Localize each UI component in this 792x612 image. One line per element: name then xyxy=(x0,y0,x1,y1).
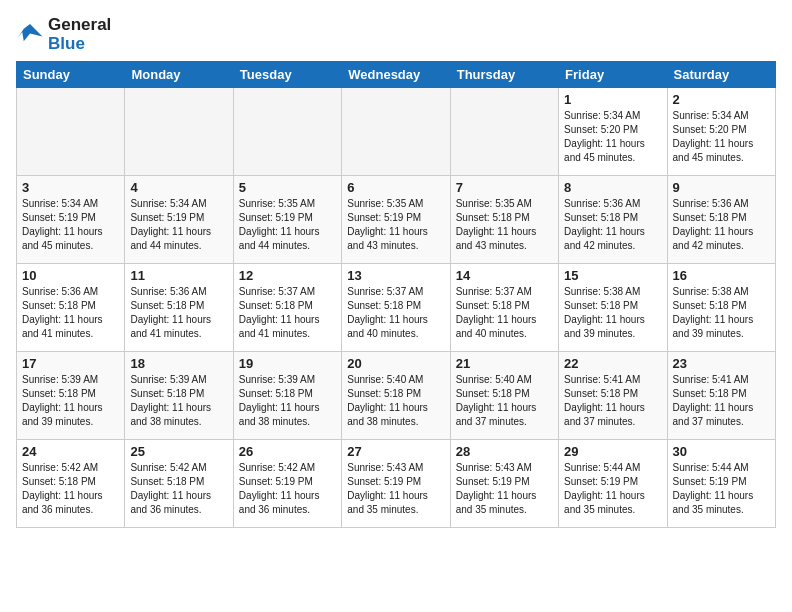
weekday-header-sunday: Sunday xyxy=(17,62,125,88)
calendar-cell: 26Sunrise: 5:42 AM Sunset: 5:19 PM Dayli… xyxy=(233,440,341,528)
day-number: 20 xyxy=(347,356,444,371)
day-info: Sunrise: 5:35 AM Sunset: 5:19 PM Dayligh… xyxy=(239,197,336,253)
day-info: Sunrise: 5:39 AM Sunset: 5:18 PM Dayligh… xyxy=(130,373,227,429)
weekday-header-saturday: Saturday xyxy=(667,62,775,88)
day-number: 12 xyxy=(239,268,336,283)
day-info: Sunrise: 5:37 AM Sunset: 5:18 PM Dayligh… xyxy=(239,285,336,341)
calendar-cell: 24Sunrise: 5:42 AM Sunset: 5:18 PM Dayli… xyxy=(17,440,125,528)
day-number: 23 xyxy=(673,356,770,371)
day-number: 22 xyxy=(564,356,661,371)
calendar-cell: 5Sunrise: 5:35 AM Sunset: 5:19 PM Daylig… xyxy=(233,176,341,264)
day-number: 16 xyxy=(673,268,770,283)
day-number: 4 xyxy=(130,180,227,195)
day-number: 1 xyxy=(564,92,661,107)
calendar-cell: 27Sunrise: 5:43 AM Sunset: 5:19 PM Dayli… xyxy=(342,440,450,528)
calendar-cell: 30Sunrise: 5:44 AM Sunset: 5:19 PM Dayli… xyxy=(667,440,775,528)
weekday-header-tuesday: Tuesday xyxy=(233,62,341,88)
day-number: 29 xyxy=(564,444,661,459)
day-info: Sunrise: 5:39 AM Sunset: 5:18 PM Dayligh… xyxy=(22,373,119,429)
calendar-cell: 12Sunrise: 5:37 AM Sunset: 5:18 PM Dayli… xyxy=(233,264,341,352)
calendar-cell: 11Sunrise: 5:36 AM Sunset: 5:18 PM Dayli… xyxy=(125,264,233,352)
day-number: 13 xyxy=(347,268,444,283)
calendar-cell: 8Sunrise: 5:36 AM Sunset: 5:18 PM Daylig… xyxy=(559,176,667,264)
day-number: 3 xyxy=(22,180,119,195)
day-number: 5 xyxy=(239,180,336,195)
day-info: Sunrise: 5:38 AM Sunset: 5:18 PM Dayligh… xyxy=(564,285,661,341)
calendar-cell: 10Sunrise: 5:36 AM Sunset: 5:18 PM Dayli… xyxy=(17,264,125,352)
calendar-cell xyxy=(125,88,233,176)
day-number: 30 xyxy=(673,444,770,459)
day-number: 2 xyxy=(673,92,770,107)
weekday-header-thursday: Thursday xyxy=(450,62,558,88)
day-number: 7 xyxy=(456,180,553,195)
day-number: 15 xyxy=(564,268,661,283)
day-number: 25 xyxy=(130,444,227,459)
day-info: Sunrise: 5:34 AM Sunset: 5:19 PM Dayligh… xyxy=(22,197,119,253)
day-info: Sunrise: 5:40 AM Sunset: 5:18 PM Dayligh… xyxy=(456,373,553,429)
page-header: General Blue xyxy=(16,16,776,53)
day-info: Sunrise: 5:36 AM Sunset: 5:18 PM Dayligh… xyxy=(673,197,770,253)
calendar-cell: 25Sunrise: 5:42 AM Sunset: 5:18 PM Dayli… xyxy=(125,440,233,528)
logo: General Blue xyxy=(16,16,111,53)
calendar-cell: 21Sunrise: 5:40 AM Sunset: 5:18 PM Dayli… xyxy=(450,352,558,440)
calendar-cell xyxy=(450,88,558,176)
day-info: Sunrise: 5:44 AM Sunset: 5:19 PM Dayligh… xyxy=(564,461,661,517)
calendar-cell: 16Sunrise: 5:38 AM Sunset: 5:18 PM Dayli… xyxy=(667,264,775,352)
day-number: 14 xyxy=(456,268,553,283)
day-info: Sunrise: 5:35 AM Sunset: 5:19 PM Dayligh… xyxy=(347,197,444,253)
weekday-header-monday: Monday xyxy=(125,62,233,88)
calendar-cell: 6Sunrise: 5:35 AM Sunset: 5:19 PM Daylig… xyxy=(342,176,450,264)
calendar-cell: 29Sunrise: 5:44 AM Sunset: 5:19 PM Dayli… xyxy=(559,440,667,528)
day-number: 17 xyxy=(22,356,119,371)
day-info: Sunrise: 5:36 AM Sunset: 5:18 PM Dayligh… xyxy=(130,285,227,341)
day-number: 10 xyxy=(22,268,119,283)
calendar-cell: 22Sunrise: 5:41 AM Sunset: 5:18 PM Dayli… xyxy=(559,352,667,440)
day-info: Sunrise: 5:43 AM Sunset: 5:19 PM Dayligh… xyxy=(456,461,553,517)
day-info: Sunrise: 5:39 AM Sunset: 5:18 PM Dayligh… xyxy=(239,373,336,429)
day-info: Sunrise: 5:41 AM Sunset: 5:18 PM Dayligh… xyxy=(673,373,770,429)
calendar-cell: 15Sunrise: 5:38 AM Sunset: 5:18 PM Dayli… xyxy=(559,264,667,352)
day-number: 28 xyxy=(456,444,553,459)
calendar-cell: 9Sunrise: 5:36 AM Sunset: 5:18 PM Daylig… xyxy=(667,176,775,264)
calendar-cell: 20Sunrise: 5:40 AM Sunset: 5:18 PM Dayli… xyxy=(342,352,450,440)
calendar-cell: 13Sunrise: 5:37 AM Sunset: 5:18 PM Dayli… xyxy=(342,264,450,352)
day-info: Sunrise: 5:38 AM Sunset: 5:18 PM Dayligh… xyxy=(673,285,770,341)
day-info: Sunrise: 5:35 AM Sunset: 5:18 PM Dayligh… xyxy=(456,197,553,253)
day-info: Sunrise: 5:42 AM Sunset: 5:18 PM Dayligh… xyxy=(22,461,119,517)
day-number: 6 xyxy=(347,180,444,195)
weekday-header-friday: Friday xyxy=(559,62,667,88)
calendar-cell: 7Sunrise: 5:35 AM Sunset: 5:18 PM Daylig… xyxy=(450,176,558,264)
day-info: Sunrise: 5:40 AM Sunset: 5:18 PM Dayligh… xyxy=(347,373,444,429)
day-info: Sunrise: 5:34 AM Sunset: 5:19 PM Dayligh… xyxy=(130,197,227,253)
day-number: 24 xyxy=(22,444,119,459)
calendar-table: SundayMondayTuesdayWednesdayThursdayFrid… xyxy=(16,61,776,528)
day-number: 19 xyxy=(239,356,336,371)
day-info: Sunrise: 5:37 AM Sunset: 5:18 PM Dayligh… xyxy=(347,285,444,341)
calendar-cell: 23Sunrise: 5:41 AM Sunset: 5:18 PM Dayli… xyxy=(667,352,775,440)
calendar-cell xyxy=(17,88,125,176)
calendar-cell: 4Sunrise: 5:34 AM Sunset: 5:19 PM Daylig… xyxy=(125,176,233,264)
day-number: 27 xyxy=(347,444,444,459)
day-info: Sunrise: 5:41 AM Sunset: 5:18 PM Dayligh… xyxy=(564,373,661,429)
calendar-cell: 3Sunrise: 5:34 AM Sunset: 5:19 PM Daylig… xyxy=(17,176,125,264)
day-info: Sunrise: 5:37 AM Sunset: 5:18 PM Dayligh… xyxy=(456,285,553,341)
calendar-cell: 28Sunrise: 5:43 AM Sunset: 5:19 PM Dayli… xyxy=(450,440,558,528)
calendar-cell: 19Sunrise: 5:39 AM Sunset: 5:18 PM Dayli… xyxy=(233,352,341,440)
calendar-cell: 17Sunrise: 5:39 AM Sunset: 5:18 PM Dayli… xyxy=(17,352,125,440)
calendar-cell xyxy=(342,88,450,176)
day-number: 9 xyxy=(673,180,770,195)
day-info: Sunrise: 5:44 AM Sunset: 5:19 PM Dayligh… xyxy=(673,461,770,517)
day-info: Sunrise: 5:42 AM Sunset: 5:18 PM Dayligh… xyxy=(130,461,227,517)
weekday-header-wednesday: Wednesday xyxy=(342,62,450,88)
calendar-cell: 2Sunrise: 5:34 AM Sunset: 5:20 PM Daylig… xyxy=(667,88,775,176)
calendar-cell: 14Sunrise: 5:37 AM Sunset: 5:18 PM Dayli… xyxy=(450,264,558,352)
day-info: Sunrise: 5:34 AM Sunset: 5:20 PM Dayligh… xyxy=(564,109,661,165)
day-info: Sunrise: 5:36 AM Sunset: 5:18 PM Dayligh… xyxy=(564,197,661,253)
day-info: Sunrise: 5:42 AM Sunset: 5:19 PM Dayligh… xyxy=(239,461,336,517)
day-number: 8 xyxy=(564,180,661,195)
day-info: Sunrise: 5:34 AM Sunset: 5:20 PM Dayligh… xyxy=(673,109,770,165)
day-number: 21 xyxy=(456,356,553,371)
day-number: 11 xyxy=(130,268,227,283)
day-info: Sunrise: 5:36 AM Sunset: 5:18 PM Dayligh… xyxy=(22,285,119,341)
calendar-cell: 18Sunrise: 5:39 AM Sunset: 5:18 PM Dayli… xyxy=(125,352,233,440)
